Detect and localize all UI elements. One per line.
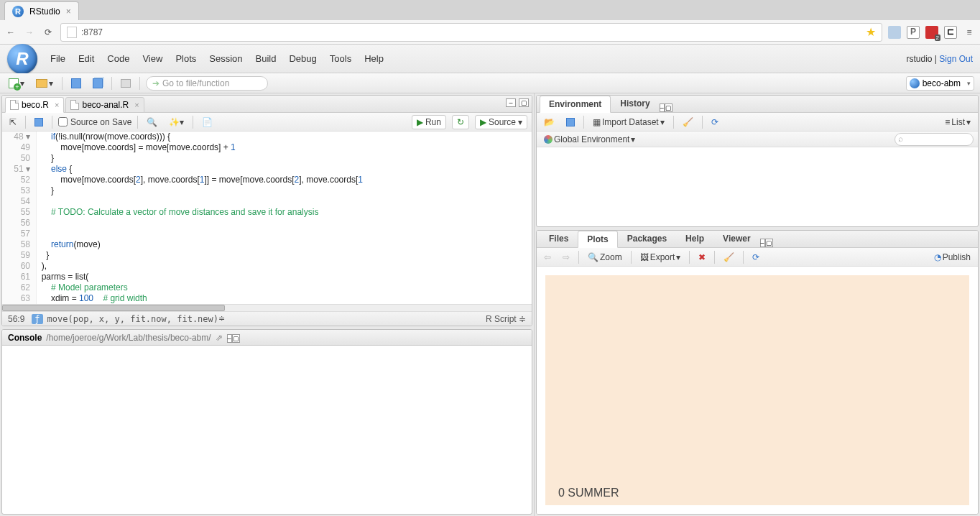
minimize-pane-icon[interactable]: – [660,103,665,112]
plots-toolbar: ⇦ ⇨ 🔍 Zoom 🖼 Export ▾ ✖ 🧹 ⟳ ◔ Publish [537,248,978,267]
rerun-button[interactable]: ↻ [452,115,469,129]
source-tab-label: beco.R [22,100,49,110]
chrome-menu-icon[interactable]: ≡ [963,26,976,39]
close-tab-icon[interactable]: × [66,6,71,17]
menu-plots[interactable]: Plots [175,53,196,64]
source-button[interactable]: ▶Source ▾ [475,115,527,129]
source-tabstrip: beco.R × beco-anal.R × –▢ [2,96,532,113]
goto-file-function-input[interactable]: ➔ Go to file/function [146,76,268,91]
close-icon[interactable]: × [134,101,139,109]
plot-viewport: 0 SUMMER [537,267,978,514]
console-title: Console [8,333,42,343]
menu-build[interactable]: Build [256,53,277,64]
tab-plots[interactable]: Plots [578,231,617,248]
back-icon[interactable]: ← [4,26,17,39]
refresh-icon[interactable]: ⟳ [708,115,721,129]
menu-edit[interactable]: Edit [78,53,94,64]
maximize-pane-icon[interactable]: ▢ [765,239,773,247]
function-scope-icon: ƒ [32,314,42,324]
run-button[interactable]: ▶Run [412,115,446,129]
rstudio-favicon: R [12,6,24,17]
plot-prev-icon[interactable]: ⇦ [541,250,554,264]
menu-code[interactable]: Code [107,53,129,64]
function-scope-label[interactable]: move(pop, x, y, fit.now, fit.new) [47,314,218,324]
maximize-pane-icon[interactable]: ▢ [519,98,529,107]
editor-statusbar: 56:9 ƒ move(pop, x, y, fit.now, fit.new)… [2,311,532,326]
maximize-pane-icon[interactable]: ▢ [232,334,240,343]
r-file-icon [70,100,79,110]
tab-viewer[interactable]: Viewer [713,230,759,247]
browser-address-bar: ← → ⟳ :8787 ★ P 2 ⊏ ≡ [0,20,980,45]
env-toolbar: 📂 ▦ Import Dataset ▾ 🧹 ⟳ ≡ List ▾ [537,113,978,132]
extension-icon-4[interactable]: ⊏ [944,26,957,39]
file-type-label[interactable]: R Script ≑ [486,314,526,324]
project-selector[interactable]: beco-abm [906,76,974,91]
env-tabstrip: Environment History –▢ [537,96,978,113]
plot-next-icon[interactable]: ⇨ [560,250,573,264]
scope-selector[interactable]: Global Environment ▾ [541,132,638,147]
environment-list [537,147,978,226]
print-icon[interactable] [118,76,134,91]
save-icon[interactable] [68,76,84,91]
tab-help[interactable]: Help [676,230,713,247]
menu-view[interactable]: View [142,53,162,64]
minimize-pane-icon[interactable]: – [227,334,232,343]
console-working-dir: /home/joeroe/g/Work/Lab/thesis/beco-abm/ [46,333,211,343]
minimize-pane-icon[interactable]: – [760,239,765,247]
refresh-plot-icon[interactable]: ⟳ [749,250,762,264]
plot-title: 0 SUMMER [558,487,619,499]
open-file-icon[interactable]: ▾ [33,76,56,91]
save-all-icon[interactable] [90,76,106,91]
tab-packages[interactable]: Packages [618,230,676,247]
source-tab-beco[interactable]: beco.R × [5,97,64,113]
import-dataset-button[interactable]: ▦ Import Dataset ▾ [590,115,667,129]
console-output[interactable] [2,346,532,514]
source-on-save-checkbox[interactable]: Source on Save [58,117,131,127]
menu-session[interactable]: Session [209,53,242,64]
find-icon[interactable]: 🔍 [144,115,160,129]
url-input[interactable]: :8787 ★ [60,23,882,42]
username-label: rstudio [906,54,932,64]
plot-heatmap: 0 SUMMER [545,275,969,505]
extension-icon-1[interactable] [888,26,901,39]
tab-environment[interactable]: Environment [540,96,611,113]
remove-plot-icon[interactable]: ✖ [695,250,708,264]
signout-link[interactable]: Sign Out [939,54,973,64]
tab-history[interactable]: History [611,95,659,112]
view-mode-toggle[interactable]: ≡ List ▾ [942,115,974,129]
forward-icon[interactable]: → [23,26,36,39]
code-editor[interactable]: 48 ▾495051 ▾525354555657585960616263 if(… [2,132,532,304]
clear-workspace-icon[interactable]: 🧹 [680,115,696,129]
extension-icon-p[interactable]: P [907,26,920,39]
bookmark-star-icon[interactable]: ★ [866,25,876,39]
save-workspace-icon[interactable] [563,115,578,129]
page-icon [67,27,77,38]
load-workspace-icon[interactable]: 📂 [541,115,558,129]
minimize-pane-icon[interactable]: – [506,98,516,107]
url-text: :8787 [81,27,103,37]
popout-icon[interactable]: ⇱ [6,115,19,129]
env-search-input[interactable] [895,133,974,146]
publish-button[interactable]: ◔ Publish [931,250,974,264]
new-file-icon[interactable]: +▾ [6,76,27,91]
r-file-icon [10,100,19,110]
report-icon[interactable]: 📄 [199,115,216,129]
save-icon[interactable] [32,115,46,129]
tab-files[interactable]: Files [540,230,578,247]
extension-icon-lastpass[interactable]: 2 [925,26,938,39]
menu-tools[interactable]: Tools [330,53,351,64]
clear-plots-icon[interactable]: 🧹 [721,250,737,264]
menu-help[interactable]: Help [364,53,384,64]
source-tab-beco-anal[interactable]: beco-anal.R × [65,97,144,113]
wand-icon[interactable]: ✨▾ [166,115,187,129]
menu-file[interactable]: File [50,53,65,64]
editor-hscrollbar[interactable] [2,304,532,311]
browser-tab-rstudio[interactable]: R RStudio × [4,1,79,20]
zoom-button[interactable]: 🔍 Zoom [585,250,625,264]
export-button[interactable]: 🖼 Export ▾ [637,250,684,264]
close-icon[interactable]: × [55,101,59,109]
wd-popout-icon[interactable]: ⇗ [216,333,223,343]
reload-icon[interactable]: ⟳ [42,26,55,39]
menu-debug[interactable]: Debug [289,53,316,64]
maximize-pane-icon[interactable]: ▢ [665,103,672,112]
